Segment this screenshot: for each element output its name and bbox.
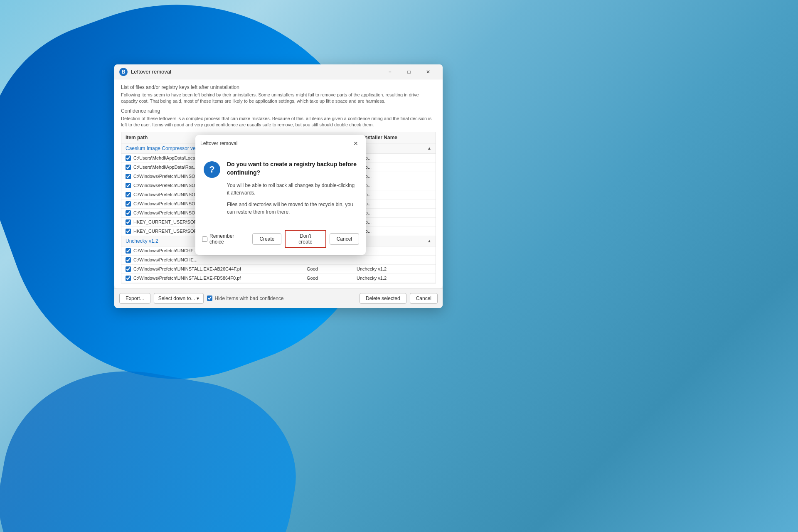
dialog-body-text-2: Files and directories will be moved to t… (227, 201, 357, 216)
dialog-footer: Remember choice Create Don't create Canc… (195, 227, 366, 255)
row-uninst-5: resso... (357, 192, 431, 197)
window-title: Leftover removal (131, 69, 380, 75)
row-checkbox-5[interactable] (126, 192, 131, 197)
close-button[interactable]: ✕ (419, 64, 438, 79)
row-uninst-9: resso... (357, 229, 431, 234)
table-row: C:\Windows\Prefetch\UNINSTALL.EXE-AB26C4… (121, 265, 436, 274)
group-name-unchecky: Unchecky v1.2 (126, 238, 158, 244)
app-icon: B (119, 68, 128, 76)
main-heading: List of files and/or registry keys left … (121, 84, 436, 90)
confidence-text: Detection of these leftovers is a comple… (121, 116, 436, 128)
table-row: C:\Windows\Prefetch\UNINSTALL.EXE-FD5864… (121, 274, 436, 283)
row-check-11: C:\Windows\Prefetch\UNCHE... (126, 257, 307, 263)
row-checkbox-12[interactable] (126, 266, 131, 272)
row-checkbox-6[interactable] (126, 201, 131, 207)
export-button[interactable]: Export... (119, 293, 150, 304)
row-uninst-2: resso... (357, 165, 431, 170)
delete-selected-button[interactable]: Delete selected (360, 293, 406, 304)
row-path-6: C:\Windows\Prefetch\UNINSO... (133, 201, 199, 206)
dialog-title: Leftover removal (200, 140, 237, 146)
row-check-13: C:\Windows\Prefetch\UNINSTALL.EXE-FD5864… (126, 276, 307, 281)
row-conf-12: Good (307, 266, 357, 271)
chevron-up-icon: ▲ (427, 146, 431, 150)
row-uninst-6: resso... (357, 201, 431, 206)
maximize-button[interactable]: □ (399, 64, 419, 79)
confidence-heading: Confidence rating (121, 108, 436, 114)
row-checkbox-1[interactable] (126, 155, 131, 161)
footer-bar: Export... Select down to... ▾ Hide items… (114, 288, 443, 308)
hide-bad-confidence-checkbox[interactable] (207, 296, 212, 301)
row-checkbox-2[interactable] (126, 165, 131, 170)
row-path-4: C:\Windows\Prefetch\UNINSO... (133, 183, 199, 188)
row-path-2: C:\Users\Mehdi\AppData\Roa... (133, 165, 197, 170)
dont-create-button[interactable]: Don't create (285, 230, 326, 248)
row-checkbox-10[interactable] (126, 248, 131, 254)
minimize-button[interactable]: − (380, 64, 399, 79)
chevron-down-icon: ▾ (197, 296, 199, 301)
main-description: Following items seem to have been left b… (121, 92, 436, 105)
chevron-up-icon-2: ▲ (427, 239, 431, 243)
remember-choice-checkbox[interactable] (202, 236, 207, 242)
row-path-5: C:\Windows\Prefetch\UNINSO... (133, 192, 199, 197)
row-checkbox-3[interactable] (126, 174, 131, 179)
create-button[interactable]: Create (252, 233, 281, 245)
hide-bad-confidence-label[interactable]: Hide items with bad confidence (207, 296, 283, 301)
row-path-3: C:\Windows\Prefetch\UNINSO... (133, 174, 199, 179)
row-uninst-1: resso... (357, 155, 431, 160)
dialog-cancel-button[interactable]: Cancel (330, 233, 359, 245)
row-path-7: C:\Windows\Prefetch\UNINSO... (133, 210, 199, 215)
row-uninst-7: resso... (357, 210, 431, 215)
row-path-1: C:\Users\Mehdi\AppData\Loca... (133, 155, 199, 160)
row-uninst-13: Unchecky v1.2 (357, 276, 431, 281)
dialog-body-text-1: You will be able to roll back all change… (227, 182, 357, 197)
row-uninst-12: Unchecky v1.2 (357, 266, 431, 271)
row-checkbox-8[interactable] (126, 219, 131, 225)
main-window: B Leftover removal − □ ✕ List of files a… (114, 64, 443, 308)
bloom-shape-2 (0, 351, 310, 532)
row-path-13: C:\Windows\Prefetch\UNINSTALL.EXE-FD5864… (133, 276, 241, 281)
window-controls: − □ ✕ (380, 64, 438, 79)
row-path-10: C:\Windows\Prefetch\UNCHE... (133, 248, 197, 253)
row-checkbox-9[interactable] (126, 229, 131, 234)
row-uninst-3: resso... (357, 174, 431, 179)
dialog-title-bar: Leftover removal ✕ (195, 135, 366, 152)
row-check-12: C:\Windows\Prefetch\UNINSTALL.EXE-AB26C4… (126, 266, 307, 272)
row-checkbox-13[interactable] (126, 276, 131, 281)
dialog-question-icon: ? (204, 161, 220, 178)
title-bar: B Leftover removal − □ ✕ (114, 64, 443, 79)
row-uninst-8: resso... (357, 219, 431, 224)
cancel-button[interactable]: Cancel (410, 293, 438, 304)
select-dropdown[interactable]: Select down to... ▾ (154, 293, 204, 304)
dialog-content: ? Do you want to create a registry backu… (195, 152, 366, 227)
dialog-text-area: Do you want to create a registry backup … (227, 160, 357, 220)
dialog-box: Leftover removal ✕ ? Do you want to crea… (195, 135, 366, 255)
row-path-11: C:\Windows\Prefetch\UNCHE... (133, 257, 197, 262)
row-checkbox-11[interactable] (126, 257, 131, 263)
row-conf-13: Good (307, 276, 357, 281)
row-uninst-4: resso... (357, 183, 431, 188)
row-checkbox-7[interactable] (126, 210, 131, 216)
dialog-close-button[interactable]: ✕ (351, 138, 361, 148)
row-path-12: C:\Windows\Prefetch\UNINSTALL.EXE-AB26C4… (133, 266, 241, 271)
dialog-question-text: Do you want to create a registry backup … (227, 160, 357, 177)
table-row: C:\Windows\Prefetch\UNCHE... (121, 256, 436, 265)
row-checkbox-4[interactable] (126, 183, 131, 188)
remember-choice-label[interactable]: Remember choice (202, 233, 249, 245)
col-header-uninstaller: Uninstaller Name (357, 135, 431, 140)
